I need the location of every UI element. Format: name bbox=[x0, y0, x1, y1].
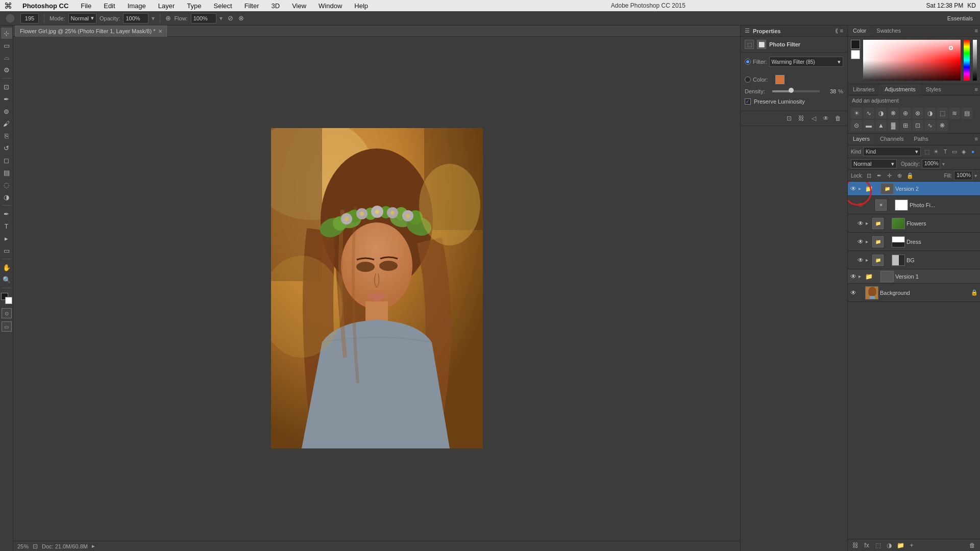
menu-edit[interactable]: Edit bbox=[102, 2, 117, 10]
eye-icon[interactable]: 👁 bbox=[821, 113, 831, 123]
status-arrow[interactable]: ▸ bbox=[92, 543, 95, 549]
text-tool[interactable]: T bbox=[1, 220, 12, 232]
curves-adj-icon2[interactable]: ∿ bbox=[924, 120, 936, 131]
prev-icon[interactable]: ◁ bbox=[808, 113, 819, 123]
screen-mode-btn[interactable]: ▭ bbox=[2, 321, 12, 332]
dress-arrow-icon[interactable]: ▸ bbox=[866, 239, 871, 244]
menu-type[interactable]: Type bbox=[185, 2, 203, 10]
version2-layer-row[interactable]: 👁 ▸ 📁 📁 Version 2 bbox=[848, 182, 980, 196]
filter-pixel-icon[interactable]: ⬚ bbox=[923, 147, 931, 156]
dodge-tool[interactable]: ◑ bbox=[1, 191, 12, 203]
mode-dropdown[interactable]: Normal ▾ bbox=[68, 13, 96, 23]
menu-filter[interactable]: Filter bbox=[242, 2, 261, 10]
bg-layer-row[interactable]: 👁 ▸ 📁 BG bbox=[848, 251, 980, 269]
brush-tool[interactable]: 🖌 bbox=[1, 118, 12, 129]
quick-select-tool[interactable]: ⚙ bbox=[1, 64, 12, 76]
dress-layer-row[interactable]: 👁 ▸ 📁 Dress bbox=[848, 233, 980, 251]
curves-adj-icon[interactable]: ∿ bbox=[863, 108, 874, 119]
snap-icon[interactable]: ⊡ bbox=[33, 543, 38, 550]
dress-eye-icon[interactable]: 👁 bbox=[857, 238, 864, 245]
brush-size-input[interactable]: 195 bbox=[20, 13, 39, 23]
filter-adj-icon[interactable]: ☀ bbox=[932, 147, 940, 156]
delete-layer-btn[interactable]: 🗑 bbox=[968, 541, 977, 550]
swatches-tab[interactable]: Swatches bbox=[871, 26, 906, 36]
brush-preview[interactable] bbox=[3, 11, 17, 26]
menu-image[interactable]: Image bbox=[126, 2, 148, 10]
eyedropper-tool[interactable]: ✒ bbox=[1, 93, 12, 105]
fill-input[interactable]: 100% bbox=[954, 171, 972, 180]
colorbalance-adj-icon[interactable]: ⊗ bbox=[912, 108, 923, 119]
posterize-adj-icon[interactable]: ▬ bbox=[863, 120, 874, 131]
layer-effects-btn[interactable]: fx bbox=[862, 541, 871, 550]
pen-tool[interactable]: ✒ bbox=[1, 208, 12, 219]
exposure-adj-icon[interactable]: ◑ bbox=[875, 108, 887, 119]
flow-input[interactable]: 100% bbox=[191, 13, 216, 23]
lock-transparent-icon[interactable]: ⊡ bbox=[865, 171, 873, 180]
version2-eye-icon[interactable]: 👁 bbox=[850, 185, 857, 192]
airbrush-icon[interactable]: ⊕ bbox=[165, 14, 171, 22]
symmetry-icon[interactable]: ⊗ bbox=[238, 14, 244, 22]
preserve-luminosity-checkbox[interactable] bbox=[745, 98, 751, 105]
quick-mask-btn[interactable]: ⊙ bbox=[2, 308, 12, 318]
filter-type-icon[interactable]: T bbox=[941, 147, 949, 156]
menu-help[interactable]: Help bbox=[352, 2, 370, 10]
photofilter-layer-row[interactable]: 👁 ☀ Photo Fi... bbox=[848, 196, 980, 214]
eraser-tool[interactable]: ◻ bbox=[1, 155, 12, 166]
color-boxes[interactable] bbox=[1, 293, 12, 304]
essentials-label[interactable]: Essentials bbox=[947, 15, 977, 21]
brightness-slider[interactable] bbox=[973, 40, 977, 81]
color-spectrum[interactable] bbox=[964, 40, 970, 81]
filter-toggle-icon[interactable]: ● bbox=[969, 147, 977, 156]
background-color[interactable] bbox=[5, 297, 12, 304]
bw-adj-icon[interactable]: ◑ bbox=[924, 108, 936, 119]
hand-tool[interactable]: ✋ bbox=[1, 262, 12, 273]
selectcolor-adj-icon[interactable]: ⊞ bbox=[900, 120, 911, 131]
move-tool[interactable]: ⊹ bbox=[1, 28, 12, 39]
new-layer-btn[interactable]: + bbox=[907, 541, 916, 550]
opacity-input[interactable]: 100% bbox=[123, 13, 149, 23]
menu-window[interactable]: Window bbox=[316, 2, 344, 10]
menu-3d[interactable]: 3D bbox=[270, 2, 282, 10]
menu-layer[interactable]: Layer bbox=[156, 2, 177, 10]
blend-mode-dropdown[interactable]: Normal ▾ bbox=[851, 159, 897, 168]
channelmix-adj-icon[interactable]: ≋ bbox=[949, 108, 960, 119]
new-adjustment-btn[interactable]: ◑ bbox=[885, 541, 894, 550]
vibrance-adj-icon2[interactable]: ❋ bbox=[937, 120, 948, 131]
kind-dropdown[interactable]: Kind ▾ bbox=[863, 147, 921, 156]
properties-menu-icon[interactable]: ≡ bbox=[840, 28, 843, 34]
layers-panel-menu[interactable]: ≡ bbox=[973, 134, 980, 145]
invert-adj-icon[interactable]: ⊝ bbox=[851, 120, 862, 131]
photofilter-adj-icon[interactable]: ⬚ bbox=[937, 108, 948, 119]
lock-all-icon[interactable]: 🔒 bbox=[906, 171, 914, 180]
blur-tool[interactable]: ◌ bbox=[1, 179, 12, 190]
background-layer-row[interactable]: 👁 Background 🔒 bbox=[848, 284, 980, 302]
levels-adj-icon2[interactable]: ⊡ bbox=[912, 120, 923, 131]
menu-select[interactable]: Select bbox=[211, 2, 234, 10]
menu-view[interactable]: View bbox=[290, 2, 308, 10]
background-eye-icon[interactable]: 👁 bbox=[850, 289, 857, 296]
lock-pixels-icon[interactable]: ✒ bbox=[875, 171, 884, 180]
adjustments-tab[interactable]: Adjustments bbox=[879, 84, 921, 95]
channels-tab[interactable]: Channels bbox=[875, 134, 909, 145]
tab-close-icon[interactable]: ✕ bbox=[158, 29, 162, 34]
photofilter-eye-icon[interactable]: 👁 bbox=[857, 202, 864, 209]
bg-arrow-icon[interactable]: ▸ bbox=[866, 257, 871, 263]
opacity-input[interactable]: 100% bbox=[922, 159, 940, 168]
flowers-layer-row[interactable]: 👁 ▸ 📁 Flowers bbox=[848, 214, 980, 233]
flowers-arrow-icon[interactable]: ▸ bbox=[866, 220, 871, 226]
gradmap-adj-icon[interactable]: ▓ bbox=[888, 120, 899, 131]
menu-file[interactable]: File bbox=[79, 2, 93, 10]
crop-tool[interactable]: ⊡ bbox=[1, 81, 12, 92]
tablet-icon[interactable]: ⊘ bbox=[228, 14, 233, 22]
version1-arrow-icon[interactable]: ▸ bbox=[859, 273, 864, 279]
gradient-tool[interactable]: ▤ bbox=[1, 167, 12, 178]
colorlookup-adj-icon[interactable]: ▤ bbox=[961, 108, 972, 119]
hsl-adj-icon[interactable]: ⊕ bbox=[900, 108, 911, 119]
fg-color-swatch[interactable] bbox=[851, 40, 860, 49]
trash-icon[interactable]: 🗑 bbox=[833, 113, 843, 123]
version2-arrow-icon[interactable]: ▸ bbox=[859, 186, 864, 191]
add-mask-btn[interactable]: ⬚ bbox=[873, 541, 883, 550]
color-tab[interactable]: Color bbox=[848, 26, 871, 36]
vibrance-adj-icon[interactable]: ❋ bbox=[888, 108, 899, 119]
zoom-tool[interactable]: 🔍 bbox=[1, 274, 12, 285]
